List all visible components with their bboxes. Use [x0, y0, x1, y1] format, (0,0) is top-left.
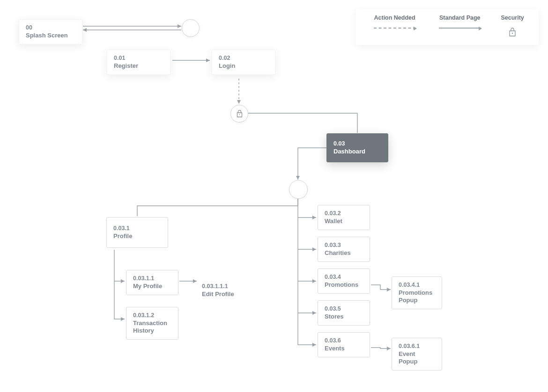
- security-lock-node: [230, 105, 248, 123]
- node-code: 0.03.2: [325, 210, 363, 218]
- node-wallet: 0.03.2 Wallet: [318, 205, 370, 230]
- legend-action-label: Action Nedded: [374, 15, 415, 21]
- node-title: Register: [114, 62, 163, 70]
- node-my-profile: 0.03.1.1 My Profile: [126, 270, 178, 295]
- node-splash: 00 Splash Screen: [19, 19, 82, 44]
- node-login: 0.02 Login: [212, 50, 275, 75]
- node-title: Event Popup: [399, 350, 435, 366]
- node-events: 0.03.6 Events: [318, 332, 370, 357]
- legend-action-nedded: Action Nedded: [362, 15, 427, 42]
- node-title: Promotions Popup: [399, 289, 435, 305]
- node-code: 0.03.4: [325, 274, 363, 281]
- node-code: 0.03.4.1: [399, 282, 435, 289]
- node-transaction-history: 0.03.1.2 Transaction History: [126, 307, 178, 340]
- sitemap-canvas: Action Nedded Standard Page Security: [0, 0, 548, 392]
- node-charities: 0.03.3 Charities: [318, 237, 370, 262]
- node-title: Splash Screen: [26, 32, 75, 39]
- node-title: Login: [219, 62, 268, 70]
- node-title: Promotions: [325, 281, 363, 289]
- dashed-arrow-icon: [374, 28, 416, 29]
- node-code: 0.03.1.1.1: [202, 283, 234, 290]
- node-register: 0.01 Register: [107, 50, 170, 75]
- node-code: 0.03.1.1: [133, 275, 171, 283]
- node-title: Edit Profile: [202, 290, 234, 298]
- junction-circle-mid: [289, 180, 308, 199]
- node-title: Stores: [325, 313, 363, 320]
- node-title: Charities: [325, 249, 363, 257]
- node-code: 0.03.1.2: [133, 312, 171, 319]
- svg-point-0: [512, 33, 513, 34]
- node-title: Events: [325, 345, 363, 352]
- node-code: 0.03.1: [113, 225, 161, 232]
- node-title: Profile: [113, 232, 161, 240]
- node-title: Wallet: [325, 218, 363, 225]
- node-title: My Profile: [133, 283, 171, 290]
- legend-standard-page: Standard Page: [427, 15, 492, 42]
- node-promotions-popup: 0.03.4.1 Promotions Popup: [392, 276, 442, 309]
- solid-arrow-icon: [439, 28, 481, 29]
- node-code: 0.03.3: [325, 242, 363, 249]
- node-code: 0.03.5: [325, 305, 363, 313]
- node-title: Transaction History: [133, 319, 171, 335]
- node-code: 0.03.6: [325, 337, 363, 345]
- junction-circle-top: [182, 19, 200, 37]
- node-edit-profile: 0.03.1.1.1 Edit Profile: [202, 283, 234, 298]
- legend-security-label: Security: [501, 15, 524, 21]
- node-code: 00: [26, 24, 75, 32]
- node-code: 0.03.6.1: [399, 343, 435, 350]
- legend-box: Action Nedded Standard Page Security: [356, 9, 539, 45]
- node-dashboard: 0.03 Dashboard: [326, 133, 388, 162]
- legend-standard-label: Standard Page: [439, 15, 481, 21]
- node-title: Dashboard: [333, 148, 381, 155]
- node-code: 0.03: [333, 140, 381, 148]
- lock-icon: [508, 28, 517, 37]
- lock-icon: [236, 110, 243, 118]
- node-code: 0.02: [219, 55, 268, 62]
- node-code: 0.01: [114, 55, 163, 62]
- node-profile: 0.03.1 Profile: [106, 217, 168, 248]
- node-event-popup: 0.03.6.1 Event Popup: [392, 338, 442, 370]
- node-stores: 0.03.5 Stores: [318, 300, 370, 326]
- legend-security: Security: [492, 15, 533, 42]
- svg-point-6: [239, 114, 240, 115]
- node-promotions: 0.03.4 Promotions: [318, 269, 370, 294]
